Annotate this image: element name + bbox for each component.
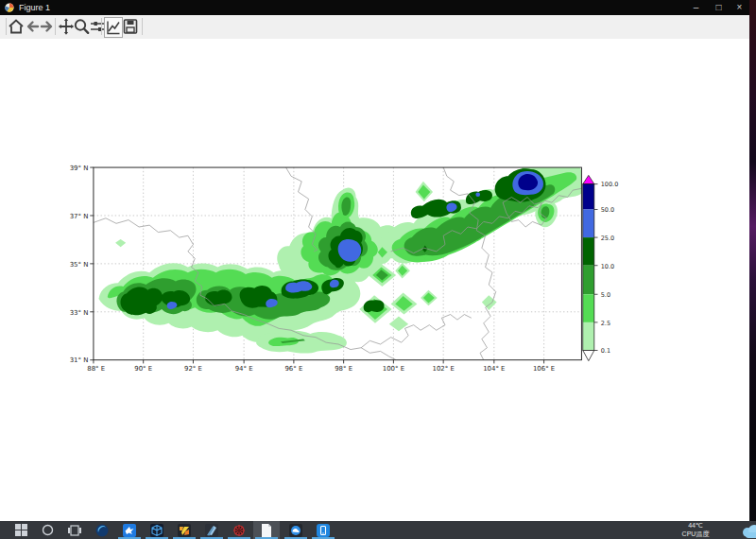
svg-text:5.0: 5.0	[601, 291, 610, 299]
svg-text:37° N: 37° N	[70, 213, 89, 220]
weather-cloud-icon[interactable]	[740, 523, 756, 538]
svg-text:94° E: 94° E	[235, 365, 253, 373]
svg-text:39° N: 39° N	[70, 165, 89, 172]
svg-text:33° N: 33° N	[70, 309, 89, 317]
svg-text:98° E: 98° E	[335, 365, 352, 373]
save-icon	[122, 17, 139, 36]
phone-icon	[317, 524, 330, 537]
cpu-temperature-label: CPU温度	[660, 530, 731, 539]
svg-text:100.0: 100.0	[601, 181, 619, 188]
zoom-icon	[73, 17, 90, 36]
colorbar-extend-over	[583, 175, 594, 183]
svg-text:35° N: 35° N	[70, 261, 89, 269]
toolbar-separator	[6, 18, 7, 35]
forward-button[interactable]	[39, 17, 56, 36]
blue-q-icon	[289, 524, 302, 537]
window-title: Figure 1	[19, 3, 50, 12]
svg-text:104° E: 104° E	[483, 365, 505, 373]
toolbar-separator	[101, 18, 102, 35]
svg-text:88° E: 88° E	[87, 365, 105, 373]
svg-text:25.0: 25.0	[601, 235, 614, 242]
close-button[interactable]: ×	[728, 0, 751, 15]
taskbar-app-photos[interactable]	[198, 521, 225, 539]
contour-map-plot: 88° E 90° E 92° E 94° E 96° E 98° E 100°…	[0, 39, 749, 521]
taskbar-app-phone[interactable]	[310, 521, 336, 539]
red-gear-icon	[232, 524, 246, 537]
cube-icon	[150, 524, 163, 537]
save-button[interactable]	[122, 17, 139, 36]
windows-logo-icon	[15, 524, 27, 536]
matplotlib-logo-icon	[5, 3, 14, 12]
photo-pane-icon	[205, 524, 218, 537]
titlebar[interactable]: Figure 1 – □ ×	[0, 0, 749, 15]
desktop: { "window": { "title": "Figure 1", "cont…	[0, 0, 756, 539]
system-tray[interactable]: 44℃ CPU温度	[660, 522, 731, 538]
svg-text:50.0: 50.0	[601, 206, 614, 214]
start-button[interactable]	[8, 521, 34, 539]
taskbar-app-messenger[interactable]	[116, 521, 143, 539]
colorbar-extend-under	[583, 351, 594, 361]
svg-text:100° E: 100° E	[383, 365, 404, 373]
cpu-temperature-value: 44℃	[660, 522, 731, 530]
toolbar-separator	[142, 18, 143, 35]
svg-text:10.0: 10.0	[601, 263, 614, 270]
toolbar-separator	[55, 18, 56, 35]
customize-plot-button[interactable]	[104, 17, 123, 38]
svg-text:90° E: 90° E	[134, 365, 152, 373]
mpl-toolbar	[0, 15, 749, 40]
orange-zigzag-icon	[178, 524, 191, 537]
home-button[interactable]	[8, 17, 25, 36]
taskbar-app-cube[interactable]	[144, 521, 170, 539]
figure-canvas[interactable]: 88° E 90° E 92° E 94° E 96° E 98° E 100°…	[0, 39, 749, 521]
taskbar-app-pycharm[interactable]	[171, 521, 198, 539]
blue-bird-icon	[123, 524, 136, 537]
blue-globe-icon	[95, 524, 109, 537]
svg-text:92° E: 92° E	[184, 365, 202, 373]
taskbar-app-quark[interactable]	[283, 521, 309, 539]
svg-text:106° E: 106° E	[533, 365, 555, 373]
y-tick-labels: 39° N 37° N 35° N 33° N 31° N	[70, 165, 89, 365]
forward-arrow-icon	[39, 17, 56, 36]
svg-text:96° E: 96° E	[284, 365, 302, 373]
task-view-button[interactable]	[61, 521, 88, 539]
svg-text:0.1: 0.1	[601, 347, 610, 355]
svg-text:102° E: 102° E	[433, 365, 455, 373]
taskbar: 44℃ CPU温度	[0, 521, 756, 539]
customize-plot-icon	[105, 18, 122, 37]
colorbar-labels: 100.0 50.0 25.0 10.0 5.0 2.5 0.1	[601, 181, 619, 355]
search-button[interactable]	[34, 521, 60, 539]
taskbar-app-gear[interactable]	[226, 521, 252, 539]
svg-text:2.5: 2.5	[601, 320, 610, 327]
minimize-button[interactable]: –	[684, 0, 708, 15]
task-view-icon	[68, 525, 81, 536]
colorbar-ticks	[594, 184, 598, 351]
x-tick-labels: 88° E 90° E 92° E 94° E 96° E 98° E 100°…	[87, 365, 555, 373]
taskbar-app-figure-window[interactable]	[253, 521, 280, 539]
colorbar: 100.0 50.0 25.0 10.0 5.0 2.5 0.1	[583, 175, 619, 360]
search-circle-icon	[42, 524, 54, 536]
taskbar-app-browser[interactable]	[89, 521, 115, 539]
zoom-button[interactable]	[73, 17, 90, 36]
figure-window: Figure 1 – □ ×	[0, 0, 749, 521]
document-icon	[261, 524, 272, 537]
home-icon	[8, 17, 25, 36]
svg-text:31° N: 31° N	[70, 356, 89, 364]
